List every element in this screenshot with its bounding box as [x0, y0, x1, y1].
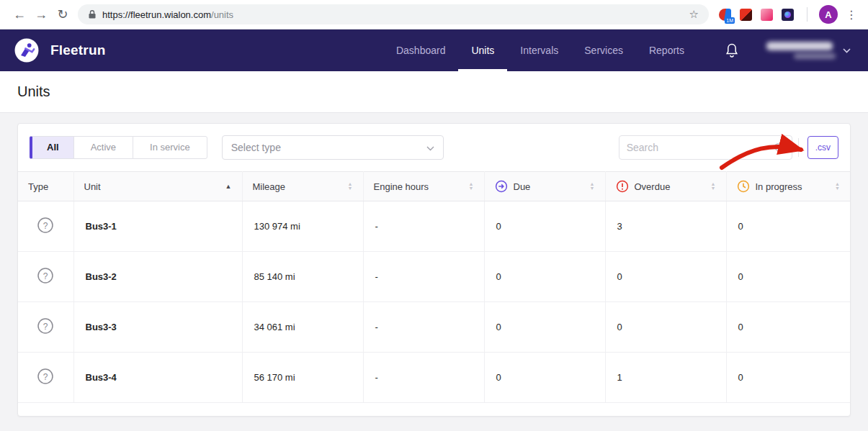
type-select-value: Select type	[231, 142, 281, 153]
table-row[interactable]: ? Bus3-2 85 140 mi - 0 0 0	[18, 252, 850, 302]
search-box[interactable]	[619, 135, 792, 160]
col-mileage[interactable]: Mileage ▲▼	[242, 172, 363, 201]
col-in-progress[interactable]: In progress ▲▼	[726, 172, 850, 201]
svg-text:?: ?	[43, 322, 48, 332]
engine-hours-value: -	[363, 201, 484, 252]
extensions-area: 1M	[719, 9, 794, 21]
due-value: 0	[484, 302, 605, 353]
sort-icon: ▲▼	[835, 182, 840, 191]
sort-icon: ▲▼	[348, 182, 353, 191]
title-bar: Units	[0, 71, 868, 113]
due-icon	[495, 180, 508, 193]
unit-name: Bus3-4	[73, 353, 242, 403]
chevron-down-icon	[426, 142, 434, 153]
col-in-progress-label: In progress	[756, 181, 802, 192]
in-progress-value: 0	[726, 302, 850, 353]
units-table: Type Unit ▲ Mileage ▲▼ Engine hours ▲▼	[18, 171, 850, 403]
tab-active[interactable]: Active	[73, 136, 133, 159]
mileage-value: 130 974 mi	[242, 201, 363, 252]
col-type[interactable]: Type	[18, 172, 73, 201]
extension-icon-1[interactable]: 1M	[719, 9, 731, 21]
question-icon: ?	[37, 368, 54, 385]
nav-intervals[interactable]: Intervals	[507, 30, 571, 71]
in-progress-icon	[737, 180, 750, 193]
col-engine-hours[interactable]: Engine hours ▲▼	[363, 172, 484, 201]
due-value: 0	[484, 353, 605, 403]
question-icon: ?	[37, 317, 54, 335]
user-menu[interactable]	[766, 42, 836, 59]
svg-text:?: ?	[43, 271, 48, 281]
chevron-down-icon[interactable]	[843, 48, 851, 53]
table-header-row: Type Unit ▲ Mileage ▲▼ Engine hours ▲▼	[18, 172, 850, 201]
browser-menu-icon[interactable]: ⋮	[844, 8, 859, 22]
overdue-icon	[616, 180, 629, 193]
csv-export-button[interactable]: .csv	[807, 136, 838, 159]
svg-text:?: ?	[43, 221, 48, 231]
type-select[interactable]: Select type	[222, 135, 444, 160]
table-row[interactable]: ? Bus3-3 34 061 mi - 0 0 0	[18, 302, 850, 353]
toolbar-separator	[807, 7, 807, 22]
filter-tabs: All Active In service	[30, 136, 207, 159]
brand-name: Fleetrun	[50, 42, 106, 58]
col-overdue[interactable]: Overdue ▲▼	[605, 172, 726, 201]
page-title: Units	[17, 83, 50, 100]
col-overdue-label: Overdue	[635, 181, 671, 192]
fleetrun-logo	[14, 38, 39, 63]
col-unit[interactable]: Unit ▲	[73, 172, 242, 201]
due-value: 0	[484, 252, 605, 302]
url-host: https://fleetrun.wialon.com	[102, 9, 211, 20]
search-icon	[774, 142, 784, 153]
overdue-value: 0	[605, 252, 726, 302]
units-card: All Active In service Select type	[17, 123, 851, 417]
question-icon: ?	[37, 217, 54, 234]
table-row[interactable]: ? Bus3-4 56 170 mi - 0 1 0	[18, 353, 850, 403]
extension-icon-4[interactable]	[782, 9, 794, 21]
notifications-bell-icon[interactable]	[725, 42, 739, 58]
unit-name: Bus3-1	[73, 201, 242, 252]
engine-hours-value: -	[363, 302, 484, 353]
col-type-label: Type	[28, 181, 48, 192]
page: ← → ↻ https://fleetrun.wialon.com /units…	[0, 0, 868, 431]
col-unit-label: Unit	[84, 181, 101, 192]
forward-icon[interactable]: →	[30, 7, 52, 22]
col-engine-hours-label: Engine hours	[374, 181, 429, 192]
in-progress-value: 0	[726, 353, 850, 403]
mileage-value: 85 140 mi	[242, 252, 363, 302]
sort-icon: ▲▼	[711, 182, 716, 191]
table-row[interactable]: ? Bus3-1 130 974 mi - 0 3 0	[18, 201, 850, 252]
overdue-value: 1	[605, 353, 726, 403]
nav-units[interactable]: Units	[458, 30, 507, 71]
redacted-subtitle	[794, 53, 836, 59]
sort-icon: ▲▼	[469, 182, 474, 191]
nav-services[interactable]: Services	[571, 30, 636, 71]
tab-in-service[interactable]: In service	[133, 136, 207, 159]
bookmark-star-icon[interactable]: ☆	[689, 8, 699, 21]
svg-text:?: ?	[43, 372, 48, 382]
refresh-icon[interactable]: ↻	[52, 6, 73, 22]
sort-asc-icon: ▲	[225, 183, 232, 190]
question-icon: ?	[37, 267, 54, 284]
profile-avatar[interactable]: A	[819, 5, 838, 24]
extension-badge: 1M	[725, 17, 735, 24]
nav-reports[interactable]: Reports	[636, 30, 697, 71]
engine-hours-value: -	[363, 353, 484, 403]
engine-hours-value: -	[363, 252, 484, 302]
card-toolbar: All Active In service Select type	[18, 124, 850, 171]
mileage-value: 34 061 mi	[242, 302, 363, 353]
col-due[interactable]: Due ▲▼	[484, 172, 605, 201]
search-input[interactable]	[627, 142, 774, 153]
sort-icon: ▲▼	[590, 182, 595, 191]
unit-name: Bus3-3	[73, 302, 242, 353]
extension-icon-3[interactable]	[761, 9, 773, 21]
back-icon[interactable]: ←	[9, 7, 30, 22]
tab-all[interactable]: All	[30, 136, 74, 159]
browser-toolbar: ← → ↻ https://fleetrun.wialon.com /units…	[0, 0, 868, 30]
address-bar[interactable]: https://fleetrun.wialon.com /units ☆	[78, 4, 709, 24]
lock-icon	[88, 9, 97, 19]
app-header: Fleetrun Dashboard Units Intervals Servi…	[0, 30, 868, 71]
divider	[798, 138, 799, 157]
extension-icon-2[interactable]	[740, 9, 752, 21]
in-progress-value: 0	[726, 252, 850, 302]
due-value: 0	[484, 201, 605, 252]
nav-dashboard[interactable]: Dashboard	[383, 30, 459, 71]
